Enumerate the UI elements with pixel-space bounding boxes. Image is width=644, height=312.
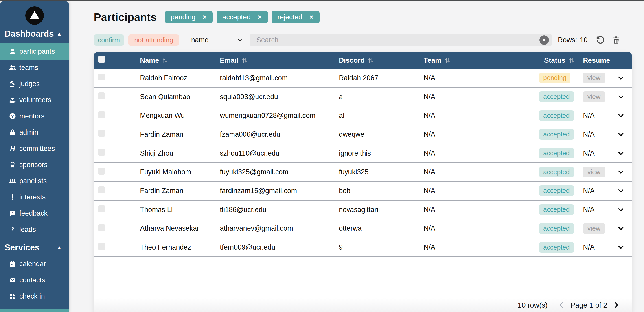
row-checkbox[interactable] [98,111,105,118]
sidebar-item-interests[interactable]: ! interests [0,189,69,205]
sidebar-item-volunteers[interactable]: volunteers [0,92,69,108]
cell-email: wumengxuan0728@gmail.com [220,111,339,120]
chevron-down-icon[interactable] [617,131,625,138]
resume-view-button[interactable]: view [583,223,605,234]
collapse-triangle-icon[interactable]: ▲ [56,31,62,36]
sidebar-item-contacts[interactable]: contacts [0,272,69,288]
table-row: Fuyuki Malahom fuyuki325@gmail.com fuyuk… [94,163,632,182]
cell-discord: novasagittarii [339,206,424,214]
hand-heart-icon [8,96,16,104]
table-header-row: Name Email Discord Team Status Resume [94,52,632,69]
remove-icon[interactable]: ✕ [258,14,262,21]
sort-icon[interactable] [242,57,248,64]
row-checkbox[interactable] [98,205,105,212]
sidebar-item-judges[interactable]: judges [0,76,69,92]
cell-email: tfern009@ucr.edu [220,243,339,251]
window-top-edge [0,0,644,1]
search-column-select[interactable]: name [189,34,244,46]
previous-page-button[interactable] [558,301,566,309]
sort-icon[interactable] [568,57,574,64]
chevron-left-icon [558,301,566,309]
column-header-status[interactable]: Status [539,56,583,65]
next-page-button[interactable] [612,301,620,309]
cell-email: szhou110@ucr.edu [220,149,339,157]
sidebar-item-committees[interactable]: H committees [0,140,69,157]
table-row: Raidah Fairooz raidahf13@gmail.com Raida… [94,69,632,88]
row-checkbox[interactable] [98,149,105,156]
sidebar-item-mentors[interactable]: ? mentors [0,108,69,124]
sidebar-item-feedback[interactable]: ! feedback [0,205,69,221]
search-input[interactable] [250,34,552,46]
row-checkbox[interactable] [98,243,105,250]
sidebar-item-label: calendar [19,260,46,268]
chevron-down-icon[interactable] [617,187,625,195]
cell-email: atharvanev@gmail.com [220,224,339,232]
column-header-resume: Resume [583,56,610,65]
sidebar-item-label: judges [19,80,40,88]
sidebar-item-participants[interactable]: participants [0,43,69,60]
row-checkbox[interactable] [98,168,105,175]
chevron-down-icon[interactable] [617,206,625,214]
help-circle-icon: ? [8,112,16,120]
sidebar-item-admin[interactable]: admin [0,124,69,140]
filter-chip-rejected[interactable]: rejected ✕ [272,11,320,23]
row-checkbox[interactable] [98,92,105,99]
collapse-triangle-icon[interactable]: ▲ [56,245,62,250]
clear-search-button[interactable] [540,35,549,45]
sidebar-item-leads[interactable]: leads [0,221,69,238]
not-attending-filter-chip[interactable]: not attending [128,34,179,46]
person-wave-icon [8,226,16,233]
chevron-down-icon[interactable] [617,225,625,232]
chevron-down-icon[interactable] [617,168,625,176]
sort-icon[interactable] [162,57,168,64]
confirm-filter-chip[interactable]: confirm [94,34,124,46]
close-icon [542,38,546,42]
filter-chip-pending[interactable]: pending ✕ [165,11,213,23]
chevron-down-icon[interactable] [617,243,625,251]
column-header-email[interactable]: Email [220,56,339,65]
cell-discord: af [339,111,424,120]
cell-discord: fuyuki325 [339,168,424,176]
sort-icon[interactable] [368,57,374,64]
sidebar-item-teams[interactable]: teams [0,60,69,76]
resume-view-button[interactable]: view [583,91,605,102]
remove-icon[interactable]: ✕ [309,14,314,21]
resume-view-button[interactable]: view [583,73,605,83]
row-checkbox[interactable] [98,186,105,193]
sidebar-section-services[interactable]: Services ▲ [0,242,69,253]
sidebar-item-check-in[interactable]: check in [0,288,69,304]
sidebar-item-sponsors[interactable]: sponsors [0,157,69,173]
chevron-down-icon[interactable] [617,74,625,82]
chevron-down-icon[interactable] [617,112,625,119]
row-checkbox[interactable] [98,74,105,80]
cell-team: N/A [424,130,539,138]
column-header-team[interactable]: Team [424,56,539,65]
delete-button[interactable] [612,36,621,45]
table-row: Sean Quiambao squia003@ucr.edu a N/A acc… [94,88,632,107]
app-logo[interactable] [25,6,44,25]
cell-name: Fardin Zaman [140,130,220,138]
chevron-down-icon[interactable] [617,93,625,101]
sidebar-item-calendar[interactable]: calendar [0,256,69,272]
sidebar-item-label: interests [19,193,46,201]
cell-email: squia003@ucr.edu [220,93,339,101]
resume-view-button[interactable]: view [583,167,605,177]
sidebar-section-dashboards[interactable]: Dashboards ▲ [0,28,69,39]
cell-name: Mengxuan Wu [140,111,220,120]
reset-button[interactable] [596,36,605,45]
filter-chip-accepted[interactable]: accepted ✕ [216,11,268,23]
resume-value: N/A [583,130,595,138]
chevron-down-icon[interactable] [617,149,625,157]
column-label: Resume [583,56,610,65]
column-header-discord[interactable]: Discord [339,56,424,65]
row-checkbox[interactable] [98,224,105,231]
sort-icon[interactable] [444,57,450,64]
logo-triangle-icon [30,11,40,19]
column-header-name[interactable]: Name [140,56,220,65]
sidebar-item-panelists[interactable]: panelists [0,173,69,189]
select-all-checkbox[interactable] [98,56,105,63]
remove-icon[interactable]: ✕ [202,14,207,21]
cell-name: Atharva Nevasekar [140,224,220,232]
row-checkbox[interactable] [98,130,105,137]
cell-email: tli186@ucr.edu [220,206,339,214]
